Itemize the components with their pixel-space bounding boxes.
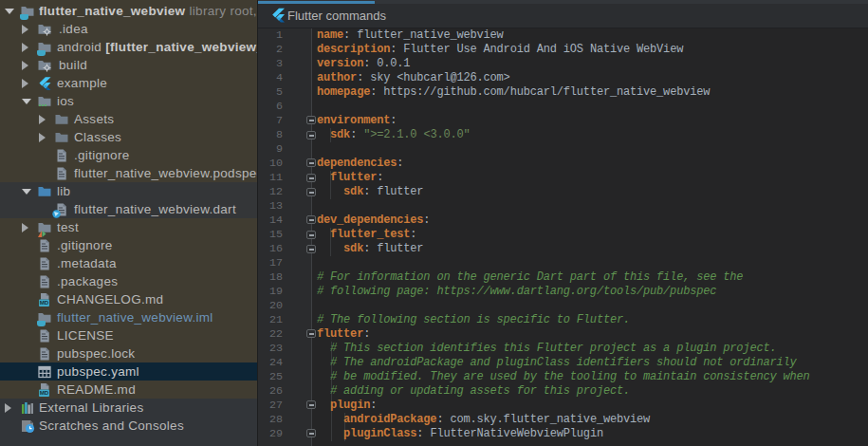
svg-text:MD: MD [40,389,49,396]
svg-text:MD: MD [40,299,49,306]
